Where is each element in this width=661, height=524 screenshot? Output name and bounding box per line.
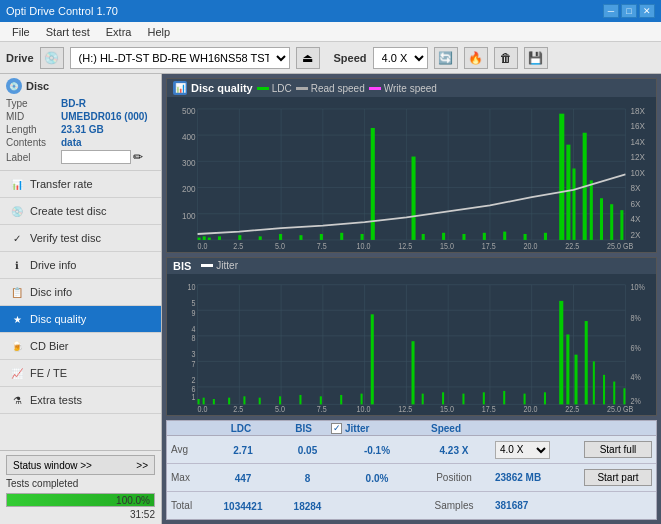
legend-ldc-dot bbox=[257, 87, 269, 90]
stats-total-row: Total 1034421 18284 Samples 381687 bbox=[167, 492, 656, 519]
svg-text:3: 3 bbox=[192, 348, 196, 359]
stats-speed-header: Speed bbox=[411, 422, 481, 434]
nav-verify-test-disc[interactable]: ✓ Verify test disc bbox=[0, 225, 161, 252]
disc-label-label: Label bbox=[6, 152, 61, 163]
bis-chart-header: BIS Jitter bbox=[167, 258, 656, 274]
svg-rect-130 bbox=[462, 393, 464, 404]
drive-select[interactable]: (H:) HL-DT-ST BD-RE WH16NS58 TST4 bbox=[70, 47, 290, 69]
nav-extra-tests[interactable]: ⚗ Extra tests bbox=[0, 387, 161, 414]
nav-transfer-rate[interactable]: 📊 Transfer rate bbox=[0, 171, 161, 198]
svg-text:7.5: 7.5 bbox=[317, 242, 327, 252]
nav-disc-quality[interactable]: ★ Disc quality bbox=[0, 306, 161, 333]
erase-button[interactable]: 🗑 bbox=[494, 47, 518, 69]
svg-text:22.5: 22.5 bbox=[565, 242, 579, 252]
speed-select[interactable]: 4.0 X bbox=[373, 47, 428, 69]
ldc-chart-header: 📊 Disc quality LDC Read speed Write spee… bbox=[167, 79, 656, 97]
svg-text:7.5: 7.5 bbox=[317, 403, 327, 414]
menu-bar: File Start test Extra Help bbox=[0, 22, 661, 42]
stats-total-ldc: 1034421 bbox=[208, 500, 278, 512]
svg-rect-70 bbox=[620, 210, 623, 240]
svg-text:6X: 6X bbox=[631, 198, 641, 209]
disc-label-input[interactable] bbox=[61, 150, 131, 164]
eject-button[interactable]: ⏏ bbox=[296, 47, 320, 69]
svg-text:25.0 GB: 25.0 GB bbox=[607, 403, 633, 414]
svg-text:20.0: 20.0 bbox=[524, 242, 538, 252]
svg-text:14X: 14X bbox=[631, 136, 646, 147]
disc-quality-title: Disc quality bbox=[191, 82, 253, 94]
svg-rect-138 bbox=[585, 321, 588, 404]
svg-text:2.5: 2.5 bbox=[233, 242, 243, 252]
burn-button[interactable]: 🔥 bbox=[464, 47, 488, 69]
svg-text:10.0: 10.0 bbox=[356, 403, 370, 414]
disc-contents-row: Contents data bbox=[6, 137, 155, 148]
left-panel: 💿 Disc Type BD-R MID UMEBDR016 (000) Len… bbox=[0, 74, 162, 524]
verify-test-disc-icon: ✓ bbox=[10, 231, 24, 245]
svg-rect-52 bbox=[340, 233, 343, 240]
drive-label: Drive bbox=[6, 52, 34, 64]
nav-drive-info[interactable]: ℹ Drive info bbox=[0, 252, 161, 279]
svg-rect-63 bbox=[559, 114, 564, 240]
svg-text:2.5: 2.5 bbox=[233, 403, 243, 414]
svg-text:15.0: 15.0 bbox=[440, 403, 454, 414]
disc-length-value: 23.31 GB bbox=[61, 124, 104, 135]
start-full-button[interactable]: Start full bbox=[584, 441, 652, 458]
svg-rect-137 bbox=[575, 355, 578, 405]
disc-section: 💿 Disc Type BD-R MID UMEBDR016 (000) Len… bbox=[0, 74, 161, 171]
stats-max-ldc: 447 bbox=[208, 472, 278, 484]
disc-quality-icon: ★ bbox=[10, 312, 24, 326]
start-part-button[interactable]: Start part bbox=[584, 469, 652, 486]
svg-text:0.0: 0.0 bbox=[198, 403, 208, 414]
svg-text:4%: 4% bbox=[631, 371, 642, 382]
save-button[interactable]: 💾 bbox=[524, 47, 548, 69]
svg-rect-58 bbox=[462, 234, 465, 240]
label-edit-icon[interactable]: ✏ bbox=[133, 150, 143, 164]
menu-file[interactable]: File bbox=[4, 24, 38, 40]
svg-rect-49 bbox=[279, 234, 282, 240]
status-window-button[interactable]: Status window >> >> bbox=[6, 455, 155, 475]
svg-text:17.5: 17.5 bbox=[482, 403, 496, 414]
svg-text:22.5: 22.5 bbox=[565, 403, 579, 414]
app-title: Opti Drive Control 1.70 bbox=[6, 5, 118, 17]
fe-te-icon: 📈 bbox=[10, 366, 24, 380]
stats-avg-ldc: 2.71 bbox=[208, 444, 278, 456]
maximize-button[interactable]: □ bbox=[621, 4, 637, 18]
nav-fe-te[interactable]: 📈 FE / TE bbox=[0, 360, 161, 387]
stats-bis-header: BIS bbox=[276, 422, 331, 434]
stats-max-jitter: 0.0% bbox=[337, 472, 417, 484]
stats-avg-jitter: -0.1% bbox=[337, 444, 417, 456]
legend-jitter-dot bbox=[201, 264, 213, 267]
svg-text:25.0 GB: 25.0 GB bbox=[607, 242, 633, 252]
svg-text:15.0: 15.0 bbox=[440, 242, 454, 252]
svg-rect-68 bbox=[600, 198, 603, 240]
menu-help[interactable]: Help bbox=[139, 24, 178, 40]
close-button[interactable]: ✕ bbox=[639, 4, 655, 18]
stats-samples-label: Samples bbox=[419, 500, 489, 511]
svg-rect-51 bbox=[320, 234, 323, 240]
bis-chart-panel: BIS Jitter bbox=[166, 257, 657, 416]
svg-rect-121 bbox=[279, 396, 281, 404]
svg-text:200: 200 bbox=[182, 184, 196, 195]
extra-tests-icon: ⚗ bbox=[10, 393, 24, 407]
svg-rect-67 bbox=[590, 180, 593, 240]
drive-info-icon: ℹ bbox=[10, 258, 24, 272]
svg-rect-141 bbox=[613, 381, 615, 404]
stats-speed-select[interactable]: 4.0 X bbox=[495, 441, 550, 459]
legend-jitter: Jitter bbox=[201, 260, 238, 271]
menu-extra[interactable]: Extra bbox=[98, 24, 140, 40]
nav-verify-test-disc-label: Verify test disc bbox=[30, 232, 101, 244]
svg-rect-50 bbox=[299, 235, 302, 240]
progress-text: 100.0% bbox=[116, 495, 150, 506]
nav-create-test-disc[interactable]: 💿 Create test disc bbox=[0, 198, 161, 225]
nav-disc-info[interactable]: 📋 Disc info bbox=[0, 279, 161, 306]
legend-write-speed-dot bbox=[369, 87, 381, 90]
svg-rect-45 bbox=[208, 238, 211, 240]
disc-section-title: Disc bbox=[26, 80, 49, 92]
minimize-button[interactable]: ─ bbox=[603, 4, 619, 18]
menu-start-test[interactable]: Start test bbox=[38, 24, 98, 40]
jitter-checkbox[interactable]: ✓ bbox=[331, 423, 342, 434]
svg-text:0.0: 0.0 bbox=[198, 242, 208, 252]
nav-cd-bier[interactable]: 🍺 CD Bier bbox=[0, 333, 161, 360]
refresh-button[interactable]: 🔄 bbox=[434, 47, 458, 69]
svg-text:4: 4 bbox=[192, 323, 196, 334]
bis-title: BIS bbox=[173, 260, 191, 272]
